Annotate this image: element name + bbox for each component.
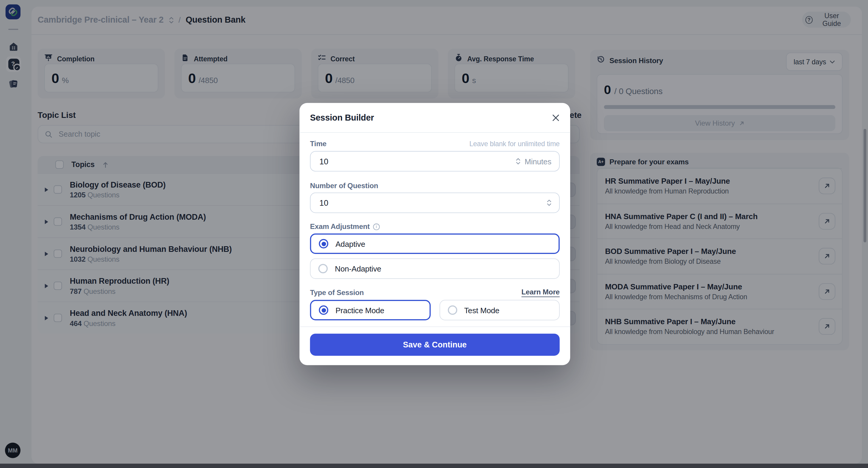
close-icon[interactable] — [552, 114, 560, 122]
time-input[interactable] — [319, 157, 511, 166]
time-hint: Leave blank for unlimited time — [469, 140, 560, 147]
radio-selected-icon — [319, 305, 328, 315]
app-window: ? MM Cambridge Pre-clinical – Year 2 / Q… — [0, 0, 868, 468]
learn-more-link[interactable]: Learn More — [521, 288, 559, 297]
time-unit-label: Minutes — [525, 157, 551, 166]
radio-selected-icon — [319, 239, 328, 248]
stepper-icon[interactable] — [547, 199, 551, 206]
practice-mode-option[interactable]: Practice Mode — [310, 300, 430, 320]
time-field[interactable]: Minutes — [310, 151, 560, 171]
save-continue-button[interactable]: Save & Continue — [310, 334, 560, 356]
session-builder-modal: Session Builder Time Leave blank for unl… — [299, 103, 570, 365]
time-label: Time — [310, 139, 327, 148]
adaptive-option[interactable]: Adaptive — [310, 233, 560, 254]
question-count-field[interactable] — [310, 193, 560, 213]
question-count-label: Number of Question — [310, 181, 378, 190]
modal-title: Session Builder — [310, 112, 374, 122]
session-type-label: Type of Session — [310, 288, 364, 297]
screen: ? MM Cambridge Pre-clinical – Year 2 / Q… — [0, 0, 868, 468]
radio-icon — [448, 305, 457, 315]
test-mode-option[interactable]: Test Mode — [439, 300, 560, 320]
stepper-icon[interactable] — [516, 158, 520, 165]
radio-icon — [318, 264, 328, 273]
exam-adjustment-label: Exam Adjustment i — [310, 223, 380, 231]
info-icon[interactable]: i — [373, 223, 379, 230]
non-adaptive-option[interactable]: Non-Adaptive — [310, 259, 560, 279]
question-count-input[interactable] — [319, 198, 542, 207]
